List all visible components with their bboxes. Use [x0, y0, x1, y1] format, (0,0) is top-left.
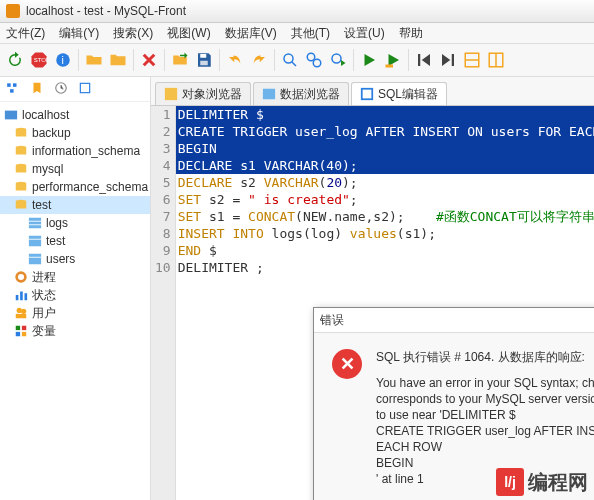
- tab-data-browser[interactable]: 数据浏览器: [253, 82, 349, 105]
- grid1-icon[interactable]: [461, 49, 483, 71]
- menu-file[interactable]: 文件(Z): [6, 25, 45, 42]
- svg-rect-47: [16, 314, 27, 318]
- code-line: SET s2 = " is created";: [176, 191, 594, 208]
- tree-processes[interactable]: 进程: [0, 268, 150, 286]
- tab-object-browser[interactable]: 对象浏览器: [155, 82, 251, 105]
- svg-rect-13: [452, 54, 454, 66]
- svg-rect-48: [16, 326, 20, 330]
- delete-icon[interactable]: [138, 49, 160, 71]
- svg-point-10: [332, 54, 341, 63]
- svg-rect-33: [16, 202, 27, 209]
- redo-icon[interactable]: [248, 49, 270, 71]
- first-icon[interactable]: [413, 49, 435, 71]
- open-icon[interactable]: [169, 49, 191, 71]
- error-heading: SQL 执行错误 # 1064. 从数据库的响应:: [376, 349, 594, 365]
- sidebar-tab-sql-icon[interactable]: [78, 81, 92, 98]
- tree-db-backup[interactable]: backup: [0, 124, 150, 142]
- table-icon: [28, 216, 42, 230]
- code-line: END $: [176, 242, 594, 259]
- tree-label: information_schema: [32, 144, 140, 158]
- code-line: DECLARE s1 VARCHAR(40);: [176, 157, 594, 174]
- line-gutter: 12345678910: [151, 106, 176, 500]
- code-line: DELIMITER $: [176, 106, 594, 123]
- stop-icon[interactable]: STOP: [28, 49, 50, 71]
- svg-rect-34: [29, 218, 41, 229]
- tab-label: 对象浏览器: [182, 86, 242, 103]
- tree-table-logs[interactable]: logs: [0, 214, 150, 232]
- menu-view[interactable]: 视图(W): [167, 25, 210, 42]
- svg-point-45: [17, 308, 22, 313]
- tree-table-users[interactable]: users: [0, 250, 150, 268]
- tree-status[interactable]: 状态: [0, 286, 150, 304]
- sidebar-tab-history-icon[interactable]: [54, 81, 68, 98]
- refresh-icon[interactable]: [4, 49, 26, 71]
- menu-help[interactable]: 帮助: [399, 25, 423, 42]
- tree-label: backup: [32, 126, 71, 140]
- grid2-icon[interactable]: [485, 49, 507, 71]
- run-icon[interactable]: [358, 49, 380, 71]
- menu-database[interactable]: 数据库(V): [225, 25, 277, 42]
- tree-label: localhost: [22, 108, 69, 122]
- svg-rect-29: [16, 166, 27, 173]
- tree-db-mysql[interactable]: mysql: [0, 160, 150, 178]
- sidebar-tab-bookmark-icon[interactable]: [30, 81, 44, 98]
- menu-edit[interactable]: 编辑(Y): [59, 25, 99, 42]
- tree-host[interactable]: localhost: [0, 106, 150, 124]
- app-icon: [6, 4, 20, 18]
- tree: localhost backup information_schema mysq…: [0, 102, 150, 500]
- error-icon: ✕: [332, 349, 362, 379]
- code-line: DECLARE s2 VARCHAR(20);: [176, 174, 594, 191]
- svg-rect-54: [362, 89, 373, 100]
- svg-rect-27: [16, 148, 27, 155]
- separator: [133, 49, 134, 71]
- info-icon[interactable]: i: [52, 49, 74, 71]
- undo-icon[interactable]: [224, 49, 246, 71]
- svg-text:i: i: [62, 54, 64, 66]
- tree-users[interactable]: 用户: [0, 304, 150, 322]
- host-icon: [4, 108, 18, 122]
- tab-label: SQL编辑器: [378, 86, 438, 103]
- find-next-icon[interactable]: [327, 49, 349, 71]
- svg-rect-19: [13, 83, 17, 87]
- svg-rect-53: [263, 89, 275, 100]
- dialog-title: 错误: [320, 312, 344, 329]
- menu-search[interactable]: 搜索(X): [113, 25, 153, 42]
- tree-label: performance_schema: [32, 180, 148, 194]
- watermark-text: 编程网: [528, 469, 588, 496]
- run-selection-icon[interactable]: [382, 49, 404, 71]
- svg-point-41: [17, 273, 26, 282]
- app-window: localhost - test - MySQL-Front 文件(Z) 编辑(…: [0, 0, 594, 500]
- variables-icon: [14, 324, 28, 338]
- last-icon[interactable]: [437, 49, 459, 71]
- svg-rect-42: [16, 295, 19, 300]
- save-icon[interactable]: [193, 49, 215, 71]
- separator: [219, 49, 220, 71]
- table-icon: [28, 234, 42, 248]
- svg-rect-18: [7, 83, 10, 87]
- folder-open-icon[interactable]: [83, 49, 105, 71]
- users-icon: [14, 306, 28, 320]
- svg-rect-49: [22, 326, 26, 330]
- sidebar-tabs: [0, 77, 150, 102]
- tree-table-test[interactable]: test: [0, 232, 150, 250]
- database-icon: [14, 144, 28, 158]
- tab-sql-editor[interactable]: SQL编辑器: [351, 82, 447, 105]
- code-line: INSERT INTO logs(log) values(s1);: [176, 225, 594, 242]
- folder-icon[interactable]: [107, 49, 129, 71]
- tree-label: users: [46, 252, 75, 266]
- svg-point-46: [21, 309, 26, 314]
- watermark-icon: l/j: [496, 468, 524, 496]
- svg-rect-39: [29, 254, 41, 265]
- find-icon[interactable]: [279, 49, 301, 71]
- svg-rect-20: [10, 89, 14, 93]
- tree-label: 变量: [32, 323, 56, 340]
- menu-other[interactable]: 其他(T): [291, 25, 330, 42]
- tree-db-test[interactable]: test: [0, 196, 150, 214]
- tree-db-performance-schema[interactable]: performance_schema: [0, 178, 150, 196]
- editor-tabs: 对象浏览器 数据浏览器 SQL编辑器: [151, 77, 594, 106]
- replace-icon[interactable]: [303, 49, 325, 71]
- tree-variables[interactable]: 变量: [0, 322, 150, 340]
- menu-settings[interactable]: 设置(U): [344, 25, 385, 42]
- sidebar-tab-tree-icon[interactable]: [6, 81, 20, 98]
- tree-db-information-schema[interactable]: information_schema: [0, 142, 150, 160]
